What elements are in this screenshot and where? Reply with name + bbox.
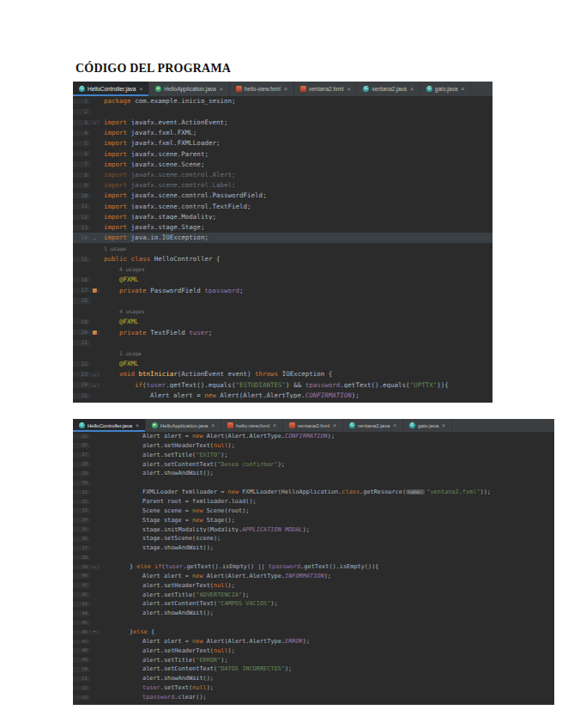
tab-ventana2-fxml[interactable]: ventana2.fxml× — [283, 419, 343, 432]
close-icon[interactable]: × — [347, 86, 350, 92]
code-line: 40Alert alert = new Alert(Alert.AlertTyp… — [73, 572, 554, 581]
code-line: 1package com.example.inicio_sesion; — [73, 96, 493, 106]
code-text: import javafx.fxml.FXML; — [100, 130, 493, 136]
code-line: 11import javafx.scene.control.TextField; — [73, 201, 493, 211]
code-line: 4 usages — [73, 306, 493, 317]
fold-icon: ⌄ — [90, 120, 100, 124]
close-icon[interactable]: × — [284, 86, 287, 92]
fxml-file-icon — [236, 86, 242, 92]
line-number: 7 — [73, 161, 90, 167]
usages-inlay-text[interactable]: 1 usage — [119, 350, 142, 356]
code-line: 10import javafx.scene.control.PasswordFi… — [73, 191, 493, 201]
class-file-icon: C — [79, 86, 85, 92]
code-editor[interactable]: 1package com.example.inicio_sesion;23⌄im… — [73, 96, 493, 401]
line-number: 40 — [73, 573, 90, 579]
code-line: 1 usage — [73, 243, 493, 253]
code-text: alert.showAndWait(); — [100, 470, 554, 476]
fold-icon: ⌄ — [90, 373, 100, 377]
tab-hello-view-fxml[interactable]: hello-view.fxml× — [230, 82, 294, 96]
line-number: 1 — [73, 99, 90, 104]
code-line: 49alert.setTitle("ERROR"); — [73, 656, 554, 665]
line-number: 26 — [73, 443, 90, 448]
code-text: } else if(tuser.getText().isEmpty() || t… — [100, 564, 554, 570]
tab-label: gato.java — [418, 423, 438, 428]
class-file-icon: C — [79, 422, 85, 428]
code-text: import java.io.IOException; — [100, 234, 493, 241]
code-text: if(tuser.getText().equals("ESTUDIANTES")… — [100, 382, 493, 389]
line-number: 31 — [73, 490, 90, 495]
code-text: alert.showAndWait(); — [100, 610, 554, 616]
line-number: 19 — [73, 319, 90, 325]
code-line: 39⌄} else if(tuser.getText().isEmpty() |… — [73, 562, 554, 572]
tab-helloapplication-java[interactable]: ▸HelloApplication.java× — [146, 419, 221, 432]
line-number: 30 — [73, 481, 90, 486]
usages-inlay-text[interactable]: 1 usage — [104, 246, 126, 252]
tab-helloapplication-java[interactable]: ▸HelloApplication.java× — [149, 82, 229, 96]
tab-label: hello-view.fxml — [245, 86, 281, 92]
code-text: Stage stage = new Stage(); — [100, 518, 554, 524]
close-icon[interactable]: × — [273, 422, 276, 428]
line-number: 50 — [73, 667, 90, 672]
code-line: 33Scene scene = new Scene(root); — [73, 507, 554, 516]
tab-hellocontroller-java[interactable]: CHelloController.java× — [73, 82, 149, 96]
code-line: 43alert.setContentText("CAMPOS VACIOS"); — [73, 599, 554, 609]
tab-gato-java[interactable]: Cgato.java× — [403, 419, 452, 432]
tab-label: HelloController.java — [88, 86, 136, 92]
close-icon[interactable]: × — [211, 422, 215, 428]
tab-label: HelloApplication.java — [164, 86, 215, 92]
fxml-file-icon — [289, 422, 295, 428]
close-icon[interactable]: × — [461, 86, 464, 92]
code-text: Alert alert = new Alert(Alert.AlertType.… — [100, 434, 554, 440]
code-text: alert.setContentText("CAMPOS VACIOS"); — [100, 601, 554, 607]
line-number: 15 — [73, 257, 90, 262]
close-icon[interactable]: × — [139, 86, 142, 92]
line-number: 44 — [73, 611, 90, 616]
line-number: 5 — [73, 141, 90, 146]
code-line: 25Alert alert = new Alert(Alert.AlertTyp… — [73, 432, 554, 441]
code-editor[interactable]: 25Alert alert = new Alert(Alert.AlertTyp… — [73, 432, 554, 702]
code-text: stage.setScene(scene); — [100, 536, 554, 542]
code-line: 4import javafx.fxml.FXML; — [73, 128, 493, 138]
tab-hellocontroller-java[interactable]: CHelloController.java× — [73, 419, 146, 432]
line-number: 43 — [73, 602, 90, 607]
close-icon[interactable]: × — [442, 422, 445, 428]
code-line: 13import javafx.stage.Stage; — [73, 222, 493, 233]
close-icon[interactable]: × — [410, 86, 414, 92]
code-text: alert.setContentText("DATOS INCORRECTOS"… — [100, 666, 554, 672]
tab-ventana2-java[interactable]: Cventana2.java× — [357, 82, 420, 96]
code-line: 6import javafx.scene.Parent; — [73, 149, 493, 159]
close-icon[interactable]: × — [136, 422, 139, 428]
code-text: alert.setHeaderText(null); — [100, 583, 554, 589]
line-number: 35 — [73, 527, 90, 532]
code-line: 46✦}else { — [73, 628, 554, 637]
code-text: alert.setHeaderText(null); — [100, 648, 554, 654]
code-line: 41alert.setHeaderText(null); — [73, 581, 554, 591]
line-number: 21 — [73, 340, 90, 345]
code-line: 36stage.setScene(scene); — [73, 534, 554, 543]
tab-ventana2-java[interactable]: Cventana2.java× — [343, 419, 403, 432]
close-icon[interactable]: × — [393, 422, 396, 428]
field-gutter-icon — [90, 331, 100, 335]
usages-inlay-text[interactable]: 4 usages — [119, 308, 145, 314]
code-text: package com.example.inicio_sesion; — [100, 98, 493, 105]
fold-icon: ✦ — [90, 630, 100, 634]
fold-icon: ⌄ — [90, 383, 100, 387]
code-text: import javafx.scene.control.Label; — [100, 182, 493, 189]
ide-screenshot-1: CHelloController.java×▸HelloApplication.… — [73, 82, 493, 403]
line-number: 53 — [73, 695, 90, 701]
code-text: alert.setTitle("ADVERTENCIA"); — [100, 592, 554, 598]
code-line: 1 usage — [73, 349, 493, 359]
usages-inlay-text[interactable]: 4 usages — [119, 266, 145, 272]
tab-label: hello-view.fxml — [236, 423, 269, 428]
tab-label: HelloApplication.java — [160, 423, 208, 428]
line-number: 11 — [73, 203, 90, 209]
close-icon[interactable]: × — [333, 422, 336, 428]
tab-ventana2-fxml[interactable]: ventana2.fxml× — [294, 82, 357, 96]
tab-hello-view-fxml[interactable]: hello-view.fxml× — [221, 419, 283, 432]
code-line: 21 — [73, 337, 493, 348]
code-line: 45 — [73, 618, 554, 628]
line-number: 4 — [73, 130, 90, 136]
close-icon[interactable]: × — [220, 86, 223, 92]
code-text: alert.setTitle("ÉXITO"); — [100, 452, 554, 458]
tab-gato-java[interactable]: Cgato.java× — [420, 82, 471, 96]
